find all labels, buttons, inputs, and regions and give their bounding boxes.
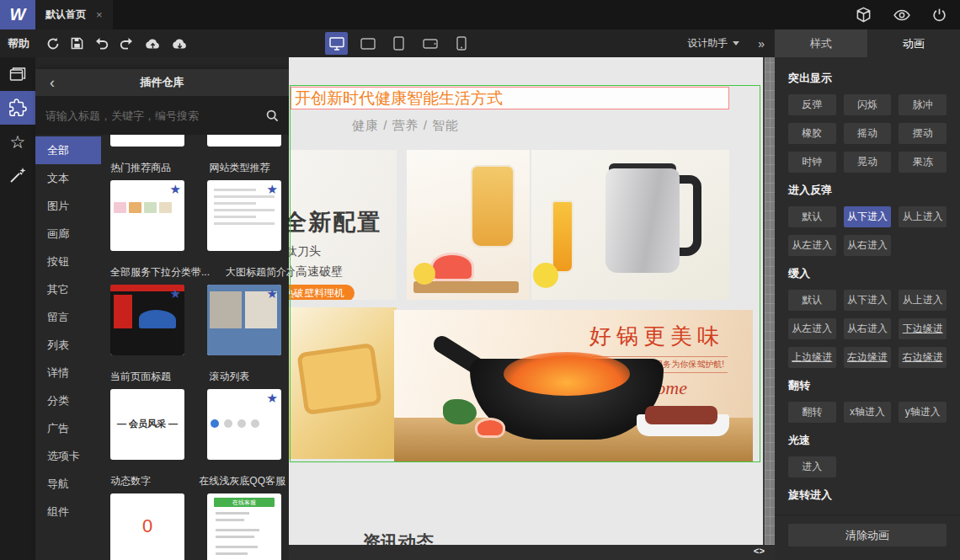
anim-jelly-button[interactable]: 果冻 [899,152,947,173]
design-assistant-dropdown[interactable]: 设计助手 [687,36,739,51]
sidebar-wizard-icon[interactable] [0,158,35,192]
code-view-icon[interactable]: <> [754,547,765,557]
tab-animation[interactable]: 动画 [867,29,960,57]
help-button[interactable]: 帮助 [8,36,29,51]
grapefruit-slice [475,418,505,438]
lightspeed-in-button[interactable]: 进入 [788,456,836,477]
easein-from-top-button[interactable]: 从上进入 [899,290,947,311]
plugin-card-big-image-switch[interactable]: ★ [207,285,281,355]
tab-default-home[interactable]: 默认首页 × [35,0,113,29]
device-phone-landscape-button[interactable] [419,32,441,55]
plugin-card-scroll-list[interactable]: ★ [207,389,281,460]
easein-from-right-button[interactable]: 从右进入 [844,318,892,339]
headline-text-element[interactable]: 开创新时代健康智能生活方式 [291,87,729,109]
category-tabs[interactable]: 选项卡 [35,442,101,470]
anim-rubber-button[interactable]: 橡胶 [788,123,836,144]
tab-style[interactable]: 样式 [775,29,867,57]
thumbnail-logo-row [211,419,259,428]
anim-flash-button[interactable]: 闪烁 [844,94,892,115]
plugin-card-dropdown-nav[interactable]: ★ [110,285,184,355]
plugin-card-partial[interactable] [207,135,281,147]
close-tab-icon[interactable]: × [96,8,103,21]
favorite-star-icon[interactable]: ★ [170,183,181,195]
category-message[interactable]: 留言 [35,303,101,331]
anim-swing-button[interactable]: 摆动 [899,123,947,144]
save-icon[interactable] [71,37,83,50]
category-nav[interactable]: 导航 [35,470,101,498]
device-phone-portrait-button[interactable] [450,32,472,55]
hero-banner[interactable]: 全新配置 钛刀头 分高速破壁 热破壁料理机 [289,150,761,300]
flip-x-axis-button[interactable]: x轴进入 [844,402,892,423]
plugin-card-hot-products[interactable]: ★ [110,180,184,251]
plugin-label: 热门推荐商品 [110,161,187,175]
category-detail[interactable]: 详情 [35,359,101,387]
category-list[interactable]: 列表 [35,331,101,359]
subtitle-text[interactable]: 健康 / 营养 / 智能 [352,118,459,134]
news-section-title[interactable]: 资讯动态 [363,531,434,545]
category-ad[interactable]: 广告 [35,414,101,442]
plugin-card-partial[interactable] [110,135,184,147]
easein-bottom-edge-button[interactable]: 下边缘进 [899,318,947,339]
easein-from-bottom-button[interactable]: 从下进入 [844,290,892,311]
cloud-download-icon[interactable] [172,37,188,50]
favorite-star-icon[interactable]: ★ [170,287,181,300]
anim-clock-button[interactable]: 时钟 [788,152,836,173]
favorite-star-icon[interactable]: ★ [267,287,278,300]
power-exit-icon[interactable] [932,8,947,22]
bouncein-from-right-button[interactable]: 从右进入 [844,235,892,256]
clear-animation-button[interactable]: 清除动画 [788,524,947,547]
easein-top-edge-button[interactable]: 上边缘进 [788,347,836,368]
page-preview[interactable]: 开创新时代健康智能生活方式 健康 / 营养 / 智能 全新配置 钛刀头 分高速破… [289,57,763,545]
bouncein-from-bottom-button[interactable]: 从下进入 [844,206,892,227]
plugin-panel-body: 全部 文本 图片 画廊 按钮 其它 留言 列表 详情 分类 广告 选项卡 导航 … [35,135,289,560]
plugin-card-page-title[interactable]: — 会员风采 — [110,389,184,460]
category-button[interactable]: 按钮 [35,248,101,275]
search-icon[interactable] [266,109,279,122]
flip-y-axis-button[interactable]: y轴进入 [899,402,947,423]
refresh-icon[interactable] [46,37,60,51]
wok-banner[interactable]: 好锅更美味 无忧购物，至诚服务为你保驾护航! Warm Home [394,310,753,461]
plugin-card-qq-service[interactable]: 在线客服 [207,493,281,560]
sidebar-favorites-icon[interactable]: ☆ [0,125,35,158]
cloud-upload-icon[interactable] [145,37,161,50]
favorite-star-icon[interactable]: ★ [267,392,278,404]
toast-image [289,307,397,459]
category-component[interactable]: 组件 [35,498,101,525]
easein-default-button[interactable]: 默认 [788,290,836,311]
app-logo[interactable]: W [0,0,35,29]
category-text[interactable]: 文本 [35,164,101,192]
hero-line1: 钛刀头 [289,244,321,259]
easein-right-edge-button[interactable]: 右边缘进 [899,347,947,368]
sidebar-pages-icon[interactable] [0,57,35,91]
section-lightspeed: 光速 [788,433,947,448]
bouncein-default-button[interactable]: 默认 [788,206,836,227]
category-classify[interactable]: 分类 [35,387,101,414]
easein-left-edge-button[interactable]: 左边缘进 [844,347,892,368]
bouncein-from-top-button[interactable]: 从上进入 [899,206,947,227]
preview-eye-icon[interactable] [893,8,910,22]
plugin-search-input[interactable] [45,109,266,122]
back-icon[interactable]: ‹ [35,74,69,92]
category-gallery[interactable]: 画廊 [35,220,101,248]
anim-bounce-button[interactable]: 反弹 [788,94,836,115]
anim-wobble-button[interactable]: 晃动 [844,152,892,173]
plugin-categories: 全部 文本 图片 画廊 按钮 其它 留言 列表 详情 分类 广告 选项卡 导航 … [35,135,101,560]
collapse-panel-button[interactable]: » [758,37,765,51]
plugin-card-site-types[interactable]: ★ [207,180,281,251]
anim-pulse-button[interactable]: 脉冲 [899,94,947,115]
category-all[interactable]: 全部 [35,136,101,164]
sidebar-plugins-icon[interactable] [0,91,35,125]
redo-icon[interactable] [120,37,134,50]
plugin-card-dynamic-number[interactable]: 0 [110,493,184,560]
category-image[interactable]: 图片 [35,192,101,220]
components-cube-icon[interactable] [856,7,872,23]
category-other[interactable]: 其它 [35,275,101,303]
device-desktop-button[interactable] [325,32,348,55]
anim-shake-button[interactable]: 摇动 [844,123,892,144]
device-tablet-landscape-button[interactable] [356,32,379,55]
bouncein-from-left-button[interactable]: 从左进入 [788,235,836,256]
undo-icon[interactable] [94,37,109,50]
easein-from-left-button[interactable]: 从左进入 [788,318,836,339]
device-tablet-portrait-button[interactable] [387,32,410,55]
flip-button[interactable]: 翻转 [788,402,836,423]
